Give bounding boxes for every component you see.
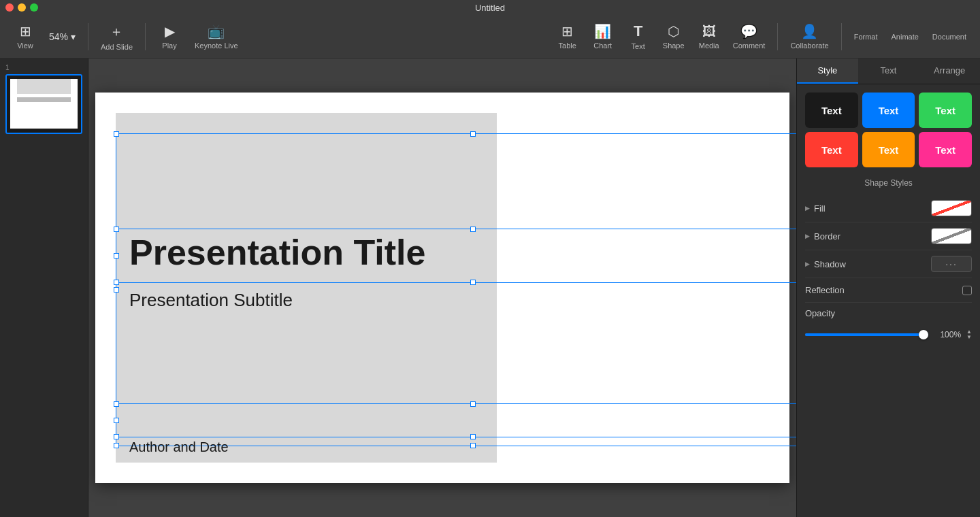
border-row: ▶ Border	[805, 222, 972, 250]
border-preview[interactable]	[931, 228, 972, 244]
panel-tabs: Style Text Arrange	[797, 59, 980, 84]
fill-triangle: ▶	[805, 205, 810, 212]
border-label[interactable]: ▶ Border	[805, 231, 840, 241]
style-grid: Text Text Text Text Text Text	[805, 93, 972, 167]
slide-author[interactable]: Author and Date	[129, 439, 229, 455]
fill-label[interactable]: ▶ Fill	[805, 203, 826, 214]
close-button[interactable]	[5, 3, 14, 12]
opacity-label: Opacity	[805, 308, 972, 318]
table-button[interactable]: ⊞ Table	[551, 20, 585, 52]
tab-style[interactable]: Style	[797, 59, 858, 84]
view-group: ⊞ View 54% ▾	[8, 20, 81, 52]
reflection-label: Reflection	[805, 285, 845, 295]
divider-1	[88, 23, 88, 50]
divider-2	[145, 23, 146, 50]
opacity-decrement[interactable]: ▼	[966, 335, 972, 340]
keynote-live-icon: 📺	[208, 23, 225, 39]
slide-thumb-content	[10, 79, 77, 129]
text-button[interactable]: T Text	[621, 20, 655, 53]
panel-content: Text Text Text Text Text Text Shape Styl…	[797, 84, 980, 517]
reflection-row: Reflection	[805, 278, 972, 303]
chart-icon: 📊	[594, 23, 611, 39]
style-black-button[interactable]: Text	[805, 93, 858, 128]
zoom-button[interactable]: 54% ▾	[44, 29, 81, 45]
zoom-icon: 54% ▾	[49, 31, 76, 42]
style-pink-button[interactable]: Text	[919, 132, 972, 167]
divider-4	[841, 23, 842, 50]
shadow-row: ▶ Shadow ···	[805, 250, 972, 278]
chart-button[interactable]: 📊 Chart	[586, 20, 620, 52]
opacity-thumb[interactable]	[919, 330, 928, 339]
opacity-stepper[interactable]: ▲ ▼	[966, 329, 972, 340]
style-blue-button[interactable]: Text	[862, 93, 915, 128]
add-slide-icon: ＋	[110, 22, 123, 41]
format-panel-button[interactable]: Format	[849, 30, 883, 44]
panel-tab-buttons: Format Animate Document	[849, 30, 972, 44]
view-icon: ⊞	[20, 23, 31, 39]
opacity-slider[interactable]	[805, 333, 928, 336]
play-icon: ▶	[165, 23, 175, 39]
shape-button[interactable]: ⬡ Shape	[657, 20, 691, 52]
opacity-fill	[805, 333, 928, 336]
border-triangle: ▶	[805, 233, 810, 239]
slide-panel: 1	[0, 59, 88, 517]
style-green-button[interactable]: Text	[919, 93, 972, 128]
fullscreen-button[interactable]	[30, 3, 38, 12]
right-panel: Style Text Arrange Text Text Text Text T…	[796, 59, 980, 517]
insert-tools: ⊞ Table 📊 Chart T Text ⬡ Shape 🖼 Media 💬…	[551, 20, 771, 53]
comment-icon: 💬	[740, 23, 757, 39]
tab-arrange[interactable]: Arrange	[919, 59, 980, 84]
comment-button[interactable]: 💬 Comment	[728, 20, 771, 52]
divider-3	[777, 23, 778, 50]
traffic-lights[interactable]	[5, 3, 38, 12]
tab-text[interactable]: Text	[858, 59, 919, 84]
toolbar: ⊞ View 54% ▾ ＋ Add Slide ▶ Play 📺 Keynot…	[0, 15, 980, 59]
shadow-label[interactable]: ▶ Shadow	[805, 259, 846, 269]
slide-canvas: Presentation Title Presentation Subtitle…	[95, 93, 789, 483]
style-red-button[interactable]: Text	[805, 132, 858, 167]
play-button[interactable]: ▶ Play	[152, 20, 186, 52]
opacity-row: 100% ▲ ▼	[805, 322, 972, 347]
style-orange-button[interactable]: Text	[862, 132, 915, 167]
opacity-section: Opacity 100% ▲ ▼	[805, 308, 972, 347]
slide-title[interactable]: Presentation Title	[129, 232, 425, 273]
text-icon: T	[634, 22, 642, 40]
view-button[interactable]: ⊞ View	[8, 20, 42, 52]
canvas-area[interactable]: Presentation Title Presentation Subtitle…	[88, 59, 796, 517]
main-layout: 1	[0, 59, 980, 517]
slide-thumbnail[interactable]	[5, 74, 82, 134]
shadow-triangle: ▶	[805, 261, 810, 267]
window-title: Untitled	[475, 3, 505, 13]
background-shape[interactable]	[116, 113, 497, 463]
slide-number: 1	[5, 64, 82, 71]
add-slide-button[interactable]: ＋ Add Slide	[95, 20, 138, 54]
animate-panel-button[interactable]: Animate	[886, 30, 924, 44]
table-icon: ⊞	[561, 23, 573, 39]
reflection-checkbox[interactable]	[962, 286, 972, 295]
keynote-live-button[interactable]: 📺 Keynote Live	[189, 20, 244, 52]
fill-preview[interactable]	[931, 200, 972, 216]
shadow-preview[interactable]: ···	[931, 256, 972, 272]
section-title: Shape Styles	[805, 178, 972, 188]
slide-subtitle[interactable]: Presentation Subtitle	[129, 290, 293, 311]
opacity-value: 100%	[934, 330, 961, 339]
collaborate-icon: 👤	[801, 23, 818, 39]
document-panel-button[interactable]: Document	[927, 30, 972, 44]
media-button[interactable]: 🖼 Media	[692, 21, 726, 52]
fill-row: ▶ Fill	[805, 195, 972, 222]
title-bar: Untitled	[0, 0, 980, 15]
media-icon: 🖼	[702, 24, 716, 39]
shape-icon: ⬡	[668, 23, 679, 39]
minimize-button[interactable]	[18, 3, 26, 12]
collaborate-button[interactable]: 👤 Collaborate	[785, 20, 834, 52]
